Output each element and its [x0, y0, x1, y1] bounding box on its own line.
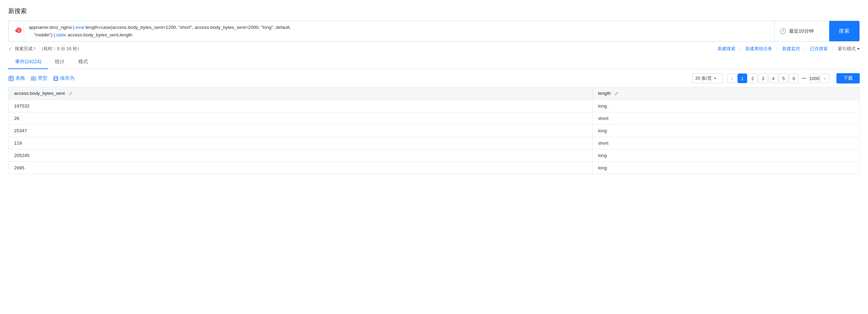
cell-length: long: [593, 161, 860, 174]
svg-rect-7: [34, 79, 36, 80]
query-text: appname:dmz_nginx | eval length=case(acc…: [29, 24, 291, 38]
edit-col-length-icon[interactable]: [614, 91, 619, 96]
data-table: access.body_bytes_sent length: [8, 87, 860, 174]
table-view-btn[interactable]: 表格: [8, 75, 25, 81]
svg-line-12: [617, 93, 617, 93]
table-row: 26short: [9, 112, 860, 124]
status-right: 新建搜索 ｜ 新建离线任务 ｜ 新建监控 ｜ 已存搜索 ｜ 索引模式: [718, 46, 860, 52]
table-header-row: access.body_bytes_sent length: [9, 87, 860, 100]
page-5[interactable]: 5: [779, 74, 788, 83]
page-nav: ‹ 1 2 3 4 5 6 ••• 1000 ›: [727, 74, 830, 83]
page-size-arrow: [714, 78, 717, 79]
tab-stats[interactable]: 统计: [48, 55, 71, 69]
search-bar-left: 1: [9, 21, 24, 41]
page-title: 新搜索: [8, 7, 860, 15]
cell-bytes-sent: 197532: [9, 100, 593, 112]
page-2[interactable]: 2: [748, 74, 757, 83]
time-value: 最近10分钟: [789, 28, 814, 34]
cell-length: short: [593, 137, 860, 149]
cell-length: short: [593, 112, 860, 124]
col-header-bytes-sent: access.body_bytes_sent: [9, 87, 593, 100]
action-new-monitor[interactable]: 新建监控: [782, 46, 800, 52]
page-size-select[interactable]: 20 条/页: [692, 74, 723, 83]
page-4[interactable]: 4: [768, 74, 778, 83]
cell-bytes-sent: 205245: [9, 149, 593, 161]
query-part1: appname:dmz_nginx |: [29, 25, 76, 30]
table-row: 197532long: [9, 100, 860, 112]
eval-keyword: eval: [76, 25, 84, 30]
toolbar-row: 表格 类型: [8, 69, 860, 87]
pagination-area: 20 条/页 ‹ 1 2 3 4 5 6 ••• 1000 › 下载: [692, 73, 860, 83]
action-saved-search[interactable]: 已存搜索: [810, 46, 828, 52]
page-6[interactable]: 6: [789, 74, 799, 83]
svg-rect-9: [55, 76, 57, 78]
search-bar: 1 appname:dmz_nginx | eval length=case(a…: [8, 21, 860, 42]
status-detail: （耗时：0 分 16 秒）: [39, 46, 82, 52]
status-main: 搜索完成！: [15, 46, 37, 52]
check-icon: ✓: [8, 46, 13, 52]
cell-length: long: [593, 149, 860, 161]
table-row: 2695long: [9, 161, 860, 174]
cell-bytes-sent: 119: [9, 137, 593, 149]
edit-col-bytes-icon[interactable]: [68, 91, 73, 96]
save-btn-label: 保存为: [60, 75, 75, 81]
col-header-length: length: [593, 87, 860, 100]
toolbar-left: 表格 类型: [8, 75, 75, 81]
dropdown-badge: 1: [16, 27, 22, 33]
download-btn[interactable]: 下载: [836, 73, 860, 83]
page-1[interactable]: 1: [738, 74, 747, 83]
next-page-btn[interactable]: ›: [820, 74, 830, 83]
cell-bytes-sent: 26: [9, 112, 593, 124]
action-new-search[interactable]: 新建搜索: [718, 46, 735, 52]
clock-icon: 🕐: [779, 28, 786, 34]
table-row: 25347long: [9, 124, 860, 137]
svg-line-11: [71, 93, 71, 93]
svg-rect-10: [54, 79, 57, 80]
tab-mode[interactable]: 模式: [71, 55, 95, 69]
status-row: ✓ 搜索完成！ （耗时：0 分 16 秒） 新建搜索 ｜ 新建离线任务 ｜ 新建…: [8, 46, 860, 52]
table-body: 197532long26short25347long119short205245…: [9, 100, 860, 174]
status-left: ✓ 搜索完成！ （耗时：0 分 16 秒）: [8, 46, 82, 52]
table-row: 119short: [9, 137, 860, 149]
cell-length: long: [593, 124, 860, 137]
action-new-offline[interactable]: 新建离线任务: [745, 46, 772, 52]
save-icon: [53, 76, 58, 81]
query-part3: access.body_bytes_sent,length: [66, 32, 132, 37]
page-container: 新搜索 1 appname:dmz_nginx | eval length=ca…: [0, 0, 868, 314]
page-3[interactable]: 3: [758, 74, 768, 83]
page-dots: •••: [799, 74, 809, 83]
search-button[interactable]: 搜索: [829, 21, 859, 41]
page-size-value: 20 条/页: [695, 75, 712, 81]
index-mode-arrow: [857, 48, 860, 50]
action-index-mode[interactable]: 索引模式: [838, 46, 860, 52]
tab-events[interactable]: 事件(24224): [8, 55, 48, 69]
page-1000[interactable]: 1000: [810, 74, 819, 83]
prev-page-btn[interactable]: ‹: [727, 74, 737, 83]
svg-rect-0: [9, 76, 13, 81]
table-keyword: table: [56, 32, 66, 37]
svg-rect-6: [34, 77, 36, 78]
time-picker[interactable]: 🕐 最近10分钟: [774, 21, 829, 41]
cell-bytes-sent: 2695: [9, 161, 593, 174]
table-btn-label: 表格: [15, 75, 25, 81]
table-row: 205245long: [9, 149, 860, 161]
table-icon: [8, 76, 14, 81]
search-query-area[interactable]: appname:dmz_nginx | eval length=case(acc…: [24, 21, 774, 41]
svg-rect-5: [31, 79, 33, 80]
search-history-dropdown[interactable]: 1: [12, 29, 20, 34]
svg-rect-4: [31, 77, 33, 78]
save-as-btn[interactable]: 保存为: [53, 75, 75, 81]
cell-bytes-sent: 25347: [9, 124, 593, 137]
type-icon: [31, 76, 36, 81]
type-view-btn[interactable]: 类型: [31, 75, 47, 81]
type-btn-label: 类型: [38, 75, 47, 81]
tabs-row: 事件(24224) 统计 模式: [8, 55, 860, 69]
cell-length: long: [593, 100, 860, 112]
